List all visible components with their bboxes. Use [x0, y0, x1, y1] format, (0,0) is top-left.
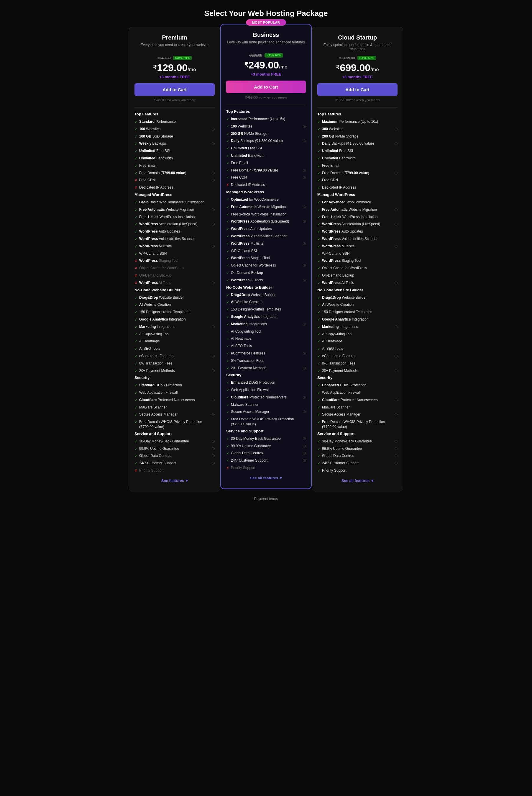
info-icon[interactable]: ⓘ: [303, 437, 306, 441]
info-icon[interactable]: ⓘ: [395, 245, 398, 249]
feature-item: ✗ On-Demand Backup: [134, 273, 215, 278]
info-icon[interactable]: ⓘ: [303, 351, 306, 356]
info-icon[interactable]: ⓘ: [303, 205, 306, 209]
check-icon: ✓: [317, 310, 320, 315]
info-icon[interactable]: ⓘ: [395, 398, 398, 402]
feature-text: Daily Backups (₹1,380.00 value): [322, 141, 393, 146]
feature-item: ✓ Unlimited Free SSL: [226, 146, 306, 151]
add-to-cart-btn-premium[interactable]: Add to Cart: [134, 83, 215, 96]
info-icon[interactable]: ⓘ: [395, 447, 398, 451]
info-icon[interactable]: ⓘ: [395, 281, 398, 285]
info-icon[interactable]: ⓘ: [212, 178, 215, 182]
check-icon: ✓: [226, 249, 229, 254]
info-icon[interactable]: ⓘ: [212, 369, 215, 373]
feature-text: Free 1-click WordPress Installation: [231, 212, 306, 217]
info-icon[interactable]: ⓘ: [303, 451, 306, 455]
check-icon: ✓: [226, 293, 229, 298]
feature-item: ✓ Secure Access Manager ⓘ: [317, 412, 398, 417]
info-icon[interactable]: ⓘ: [212, 171, 215, 175]
info-icon[interactable]: ⓘ: [395, 222, 398, 227]
info-icon[interactable]: ⓘ: [303, 176, 306, 180]
info-icon[interactable]: ⓘ: [395, 439, 398, 444]
info-icon[interactable]: ⓘ: [212, 439, 215, 444]
info-icon[interactable]: ⓘ: [303, 459, 306, 463]
price-row-business: ₹699.00 SAVE 64%: [226, 53, 306, 57]
feature-text: 99.9% Uptime Guarantee: [139, 446, 210, 451]
feature-item: ✓ Drag&Drop Website Builder: [226, 292, 306, 298]
info-icon[interactable]: ⓘ: [395, 413, 398, 417]
see-all-btn-business[interactable]: See all features ▾: [226, 473, 306, 482]
section-title-premium-1: Managed WordPress: [134, 193, 215, 197]
feature-item: ✓ 0% Transaction Fees: [317, 361, 398, 366]
info-icon[interactable]: ⓘ: [212, 127, 215, 131]
feature-item: ✓ 200 GB NVMe Storage: [226, 131, 306, 137]
info-icon[interactable]: ⓘ: [303, 410, 306, 414]
add-to-cart-btn-cloud-startup[interactable]: Add to Cart: [317, 83, 398, 96]
info-icon[interactable]: ⓘ: [303, 278, 306, 283]
info-icon[interactable]: ⓘ: [212, 142, 215, 146]
feature-text: Free Email: [139, 163, 215, 168]
feature-item: ✓ Free Domain WHOIS Privacy Protection (…: [226, 417, 306, 427]
info-icon[interactable]: ⓘ: [303, 396, 306, 400]
current-price-business: ₹249.00/mo: [226, 59, 306, 71]
info-icon[interactable]: ⓘ: [303, 242, 306, 246]
info-icon[interactable]: ⓘ: [212, 222, 215, 227]
feature-text: Priority Support: [231, 466, 306, 470]
check-icon: ✓: [226, 271, 229, 276]
info-icon[interactable]: ⓘ: [395, 325, 398, 329]
info-icon[interactable]: ⓘ: [395, 461, 398, 466]
feature-text: eCommerce Features: [231, 351, 301, 356]
check-icon: ✓: [134, 244, 137, 249]
feature-text: Free 1-click WordPress Installation: [139, 215, 215, 220]
feature-text: Drag&Drop Website Builder: [231, 292, 306, 297]
info-icon[interactable]: ⓘ: [212, 398, 215, 402]
check-icon: ✓: [226, 351, 229, 356]
add-to-cart-btn-business[interactable]: Add to Cart: [226, 80, 306, 93]
feature-text: Free Domain WHOIS Privacy Protection (₹7…: [322, 419, 398, 430]
info-icon[interactable]: ⓘ: [303, 168, 306, 173]
feature-item: ✓ Google Analytics Integration: [317, 317, 398, 322]
info-icon[interactable]: ⓘ: [303, 125, 306, 129]
info-icon[interactable]: ⓘ: [395, 142, 398, 146]
info-icon[interactable]: ⓘ: [395, 354, 398, 358]
info-icon[interactable]: ⓘ: [395, 171, 398, 175]
check-icon: ✓: [226, 175, 229, 180]
info-icon[interactable]: ⓘ: [212, 447, 215, 451]
info-icon[interactable]: ⓘ: [303, 220, 306, 224]
info-icon[interactable]: ⓘ: [212, 354, 215, 358]
info-icon[interactable]: ⓘ: [303, 366, 306, 370]
feature-item: ✓ WordPress Auto Updates: [226, 227, 306, 232]
see-all-btn-cloud-startup[interactable]: See all features ▾: [317, 475, 398, 484]
check-icon: ✓: [134, 141, 137, 146]
info-icon[interactable]: ⓘ: [303, 322, 306, 326]
check-icon: ✓: [317, 141, 320, 146]
feature-item: ✗ Priority Support: [134, 468, 215, 473]
info-icon[interactable]: ⓘ: [212, 325, 215, 329]
feature-item: ✓ Free 1-click WordPress Installation: [317, 215, 398, 220]
feature-list-premium-1: ✓ Basic Basic WooCommerce Optimisation ✓…: [134, 200, 215, 286]
info-icon[interactable]: ⓘ: [395, 127, 398, 131]
info-icon[interactable]: ⓘ: [395, 454, 398, 458]
info-icon[interactable]: ⓘ: [212, 461, 215, 466]
feature-item: ✓ Free Automatic Website Migration ⓘ: [226, 204, 306, 210]
info-icon[interactable]: ⓘ: [303, 139, 306, 143]
info-icon[interactable]: ⓘ: [212, 413, 215, 417]
info-icon[interactable]: ⓘ: [212, 454, 215, 458]
feature-item: ✓ Malware Scanner: [134, 405, 215, 410]
feature-text: Basic Basic WooCommerce Optimisation: [139, 200, 215, 205]
info-icon[interactable]: ⓘ: [303, 444, 306, 448]
feature-item: ✓ 200 GB NVMe Storage: [317, 134, 398, 139]
info-icon[interactable]: ⓘ: [212, 245, 215, 249]
info-icon[interactable]: ⓘ: [395, 208, 398, 212]
see-all-btn-premium[interactable]: See features ▾: [134, 475, 215, 484]
info-icon[interactable]: ⓘ: [395, 369, 398, 373]
info-icon[interactable]: ⓘ: [212, 281, 215, 285]
feature-text: 0% Transaction Fees: [322, 361, 398, 366]
feature-text: AI Copywriting Tool: [231, 329, 306, 334]
check-icon: ✓: [134, 383, 137, 388]
original-price-premium: ₹649.00: [157, 56, 171, 60]
check-icon: ✓: [226, 241, 229, 247]
info-icon[interactable]: ⓘ: [303, 264, 306, 268]
check-icon: ✓: [317, 398, 320, 403]
info-icon[interactable]: ⓘ: [212, 208, 215, 212]
